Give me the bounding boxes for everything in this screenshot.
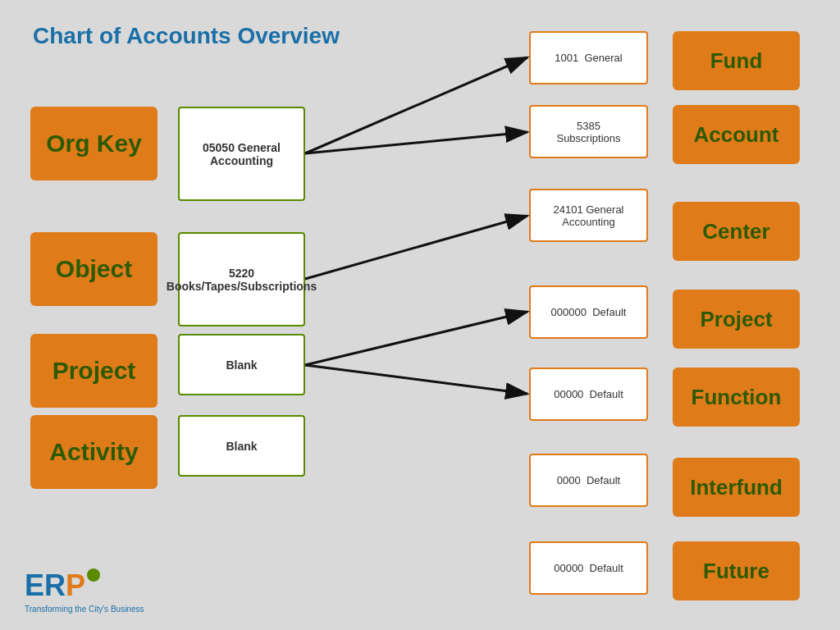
output-project: 000000 Default — [529, 285, 648, 339]
value-activity: Blank — [178, 415, 305, 477]
erp-logo: E R P Transforming the City's Business — [25, 568, 144, 614]
erp-subtitle: Transforming the City's Business — [25, 605, 144, 614]
output-interfund: 0000 Default — [529, 454, 648, 507]
svg-line-3 — [305, 216, 527, 279]
output-center: 24101 GeneralAccounting — [529, 189, 648, 242]
label-org-key: Org Key — [30, 107, 158, 180]
value-project: Blank — [178, 334, 305, 395]
value-object: 5220 Books/Tapes/Subscriptions — [178, 232, 305, 326]
result-function: Function — [673, 368, 800, 427]
svg-line-5 — [305, 365, 527, 394]
erp-letter-p: P — [66, 568, 85, 603]
svg-line-2 — [305, 132, 527, 153]
output-account: 5385Subscriptions — [529, 105, 648, 158]
output-future: 00000 Default — [529, 541, 648, 595]
erp-circle-icon — [87, 568, 100, 582]
svg-line-4 — [305, 312, 527, 365]
result-account: Account — [673, 105, 800, 164]
result-center: Center — [673, 202, 800, 261]
svg-line-1 — [305, 57, 527, 153]
result-future: Future — [673, 541, 800, 600]
value-orgkey: 05050 General Accounting — [178, 107, 305, 201]
output-function: 00000 Default — [529, 368, 648, 421]
page-title: Chart of Accounts Overview — [33, 23, 340, 49]
erp-letter-r: R — [44, 568, 66, 603]
result-fund: Fund — [673, 31, 800, 90]
erp-letter-e: E — [25, 568, 44, 603]
result-interfund: Interfund — [673, 458, 800, 517]
output-fund: 1001 General — [529, 31, 648, 84]
label-object: Object — [30, 232, 158, 306]
result-project: Project — [673, 290, 800, 349]
label-project: Project — [30, 334, 158, 408]
label-activity: Activity — [30, 415, 158, 489]
